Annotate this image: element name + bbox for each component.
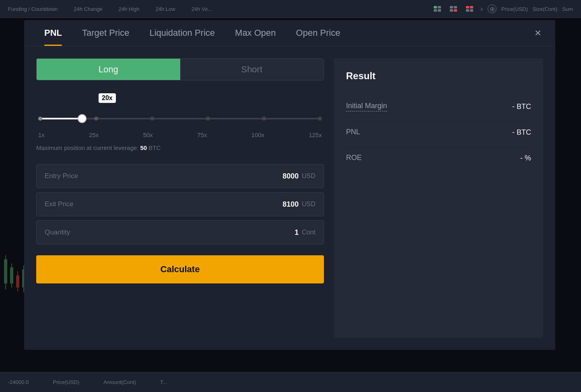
svg-rect-0 <box>434 6 437 8</box>
short-button[interactable]: Short <box>180 59 324 80</box>
tab-target-price[interactable]: Target Price <box>74 20 137 46</box>
pnl-value: - BTC <box>512 128 531 137</box>
long-button[interactable]: Long <box>37 59 180 80</box>
input-group: Entry Price 8000 USD Exit Price 8100 USD <box>36 164 324 244</box>
bottom-bar-item-price: -24000.0 <box>8 379 29 385</box>
top-bar-item-24h-change: 24h Change <box>74 6 103 12</box>
slider-dot-1x <box>38 117 42 121</box>
result-panel: Result Initial Margin - BTC PNL - BTC RO… <box>334 58 543 338</box>
tab-open-price[interactable]: Open Price <box>288 20 348 46</box>
leverage-area: 20x <box>36 89 324 155</box>
col-header-size: Size(Cont) <box>533 6 557 12</box>
left-panel: Long Short 20x <box>36 58 324 338</box>
top-bar: Funding / Countdown 24h Change 24h High … <box>0 0 581 18</box>
leverage-label-25x: 25x <box>89 131 99 138</box>
quantity-value: 1 Cont <box>295 228 315 237</box>
leverage-label-75x: 75x <box>197 131 207 138</box>
arrow-icon[interactable]: › <box>480 5 483 13</box>
slider-container: 20x <box>36 93 324 125</box>
col-header-sum: Sum <box>562 6 573 12</box>
svg-rect-6 <box>450 9 453 12</box>
tab-max-open[interactable]: Max Open <box>227 20 284 46</box>
slider-dot-75x <box>206 117 210 121</box>
result-row-initial-margin: Initial Margin - BTC <box>346 94 531 120</box>
exit-price-unit: USD <box>302 201 315 208</box>
leverage-labels: 1x 25x 50x 75x 100x 125x <box>36 131 324 138</box>
grid-icon-3[interactable] <box>464 5 476 13</box>
exit-price-field[interactable]: Exit Price 8100 USD <box>36 192 324 216</box>
modal-body: Long Short 20x <box>24 46 555 350</box>
entry-price-field[interactable]: Entry Price 8000 USD <box>36 164 324 188</box>
slider-dot-25x <box>94 117 98 121</box>
leverage-label-100x: 100x <box>251 131 265 138</box>
roe-label: ROE <box>346 154 362 163</box>
quantity-unit: Cont <box>302 229 315 236</box>
exit-price-value: 8100 USD <box>282 200 315 209</box>
bottom-bar-item-amount: Amount(Cont) <box>103 379 136 385</box>
modal-tabs: PNL Target Price Liquidation Price Max O… <box>24 20 555 46</box>
pnl-label: PNL <box>346 128 360 137</box>
svg-rect-2 <box>434 9 437 12</box>
col-header-price: Price(USD) <box>501 6 528 12</box>
modal-overlay: PNL Target Price Liquidation Price Max O… <box>0 18 581 372</box>
result-row-pnl: PNL - BTC <box>346 120 531 146</box>
top-bar-item-24h-vol: 24h Vo... <box>192 6 212 12</box>
grid-icon-1[interactable] <box>432 5 443 13</box>
initial-margin-label: Initial Margin <box>346 102 387 111</box>
svg-rect-1 <box>438 6 441 8</box>
leverage-label-125x: 125x <box>309 131 322 138</box>
calculate-button[interactable]: Calculate <box>36 255 324 283</box>
leverage-label-50x: 50x <box>143 131 153 138</box>
entry-price-unit: USD <box>302 172 315 180</box>
bottom-bar-item-priceusd: Price(USD) <box>53 379 79 385</box>
svg-rect-4 <box>450 6 453 8</box>
top-bar-item-funding: Funding / Countdown <box>8 6 58 12</box>
entry-price-label: Entry Price <box>45 172 78 180</box>
leverage-label-1x: 1x <box>38 131 45 138</box>
bottom-bar: -24000.0 Price(USD) Amount(Cont) T... <box>0 372 581 392</box>
slider-track <box>40 118 320 119</box>
svg-rect-9 <box>470 6 473 8</box>
svg-rect-7 <box>454 9 457 12</box>
svg-rect-10 <box>466 9 469 12</box>
bottom-bar-item-t: T... <box>160 379 167 385</box>
modal-panel: PNL Target Price Liquidation Price Max O… <box>24 20 555 350</box>
slider-fill <box>40 118 82 119</box>
slider-dot-100x <box>262 117 266 121</box>
entry-price-value: 8000 USD <box>282 172 315 181</box>
settings-icon[interactable]: ⊕ <box>488 4 497 13</box>
slider-dot-50x <box>150 117 154 121</box>
tab-pnl[interactable]: PNL <box>36 20 70 46</box>
quantity-label: Quantity <box>45 228 70 236</box>
roe-value: - % <box>520 154 531 162</box>
result-title: Result <box>346 70 531 82</box>
leverage-badge: 20x <box>99 93 116 103</box>
direction-toggle: Long Short <box>36 58 324 80</box>
svg-rect-5 <box>454 6 457 8</box>
max-position-text: Maximum position at current leverage: 50… <box>36 144 324 151</box>
svg-rect-3 <box>438 9 441 12</box>
exit-price-label: Exit Price <box>45 200 74 208</box>
tab-liquidation-price[interactable]: Liquidation Price <box>141 20 223 46</box>
initial-margin-value: - BTC <box>512 103 531 111</box>
result-row-roe: ROE - % <box>346 146 531 171</box>
grid-icon-2[interactable] <box>448 5 459 13</box>
svg-rect-8 <box>466 6 469 8</box>
slider-dot-125x <box>318 117 322 121</box>
top-bar-item-24h-high: 24h High <box>118 6 139 12</box>
close-button[interactable]: × <box>533 25 543 41</box>
slider-thumb[interactable] <box>78 114 87 123</box>
svg-rect-11 <box>470 9 473 12</box>
quantity-field[interactable]: Quantity 1 Cont <box>36 220 324 244</box>
top-bar-item-24h-low: 24h Low <box>155 6 175 12</box>
